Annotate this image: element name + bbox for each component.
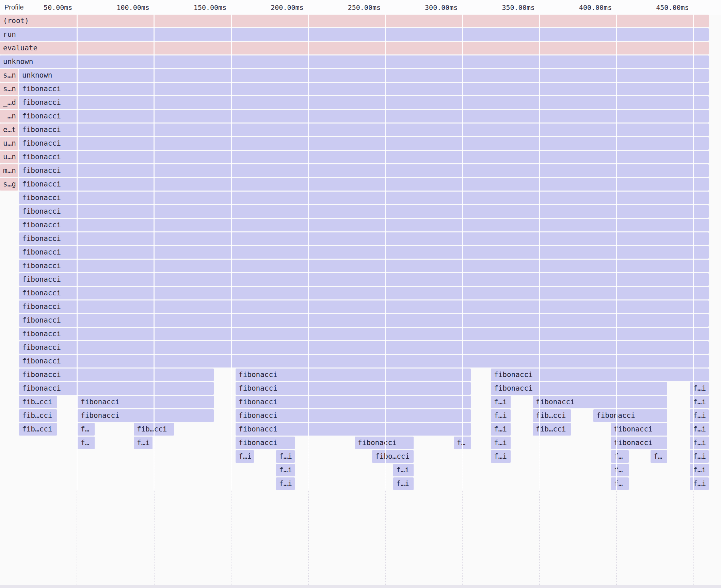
flame-frame[interactable]: f…i <box>491 437 511 449</box>
flame-frame[interactable]: f…i <box>236 450 254 463</box>
flame-frame[interactable]: fib…cci <box>533 423 571 436</box>
gridline-overlay <box>308 15 309 490</box>
flame-frame[interactable]: fibonacci <box>355 437 414 449</box>
time-tick-label: 350.00ms <box>485 0 535 15</box>
time-tick-label: 200.00ms <box>254 0 304 15</box>
flame-frame[interactable]: f…i <box>491 396 511 408</box>
flame-frame[interactable]: f…i <box>491 423 511 436</box>
flame-frame[interactable]: f… <box>611 464 629 476</box>
time-tick-label: 400.00ms <box>562 0 612 15</box>
flame-frame[interactable]: fibonacci <box>19 124 709 136</box>
gridline-overlay <box>77 15 78 490</box>
flame-frame[interactable]: f…i <box>491 409 511 422</box>
flame-frame[interactable]: fib…cci <box>19 423 57 436</box>
flame-frame[interactable]: u…n <box>0 137 18 150</box>
flame-chart: (root)runevaluateunknowns…nunknowns…nfib… <box>0 0 721 588</box>
flame-frame[interactable]: fibonacci <box>611 423 667 436</box>
flame-frame[interactable]: fibonacci <box>236 396 471 408</box>
gridline-overlay <box>539 15 540 490</box>
flame-frame[interactable]: fibonacci <box>19 287 709 299</box>
flame-frame[interactable]: s…g <box>0 178 18 191</box>
time-tick-label: 450.00ms <box>639 0 689 15</box>
flame-frame[interactable]: fibonacci <box>19 96 709 109</box>
gridline-overlay <box>231 15 232 490</box>
flame-frame[interactable]: fibonacci <box>19 110 709 122</box>
flame-frame[interactable]: fibonacci <box>19 300 709 313</box>
gridline-overlay <box>154 15 155 490</box>
flame-frame[interactable]: fibonacci <box>19 382 214 395</box>
flame-frame[interactable]: fib…cci <box>19 409 57 422</box>
flame-frame[interactable]: _…d <box>0 96 18 109</box>
gridline-overlay <box>462 15 463 490</box>
profile-title: Profile <box>4 0 24 15</box>
flame-frame[interactable]: unknown <box>19 69 709 82</box>
flame-frame[interactable]: fibonacci <box>19 178 709 191</box>
flame-frame[interactable]: fibonacci <box>78 409 214 422</box>
flame-frame[interactable]: fibonacci <box>236 437 295 449</box>
gridline-overlay <box>385 15 386 490</box>
flame-frame[interactable]: f…i <box>134 437 153 449</box>
flame-frame[interactable]: fibonacci <box>236 382 471 395</box>
flame-frame[interactable]: fibonacci <box>491 369 709 381</box>
flame-frame[interactable]: s…n <box>0 83 18 95</box>
time-tick-label: 50.00ms <box>22 0 72 15</box>
flame-frame[interactable]: fibonacci <box>19 164 709 177</box>
flame-frame[interactable]: fibonacci <box>19 341 709 354</box>
flame-frame[interactable]: f…i <box>393 477 414 490</box>
flame-frame[interactable]: fibonacci <box>19 328 709 340</box>
flame-frame[interactable]: _…n <box>0 110 18 122</box>
flame-frame[interactable]: e…t <box>0 124 18 136</box>
time-tick-label: 250.00ms <box>331 0 381 15</box>
flame-frame[interactable]: fibonacci <box>19 246 709 259</box>
flame-frame[interactable]: evaluate <box>0 42 709 54</box>
flame-frame[interactable]: fib…cci <box>19 396 57 408</box>
flame-frame[interactable]: f… <box>78 423 95 436</box>
time-tick-label: 100.00ms <box>100 0 149 15</box>
flame-frame[interactable]: fibonacci <box>236 423 471 436</box>
flame-frame[interactable]: fibonacci <box>491 382 667 395</box>
flame-frame[interactable]: f…i <box>276 477 295 490</box>
flame-frame[interactable]: fibonacci <box>19 232 709 245</box>
flame-frame[interactable]: (root) <box>0 15 709 27</box>
flame-frame[interactable]: fibonacci <box>611 437 667 449</box>
flame-frame[interactable]: fibonacci <box>19 192 709 204</box>
flame-frame[interactable]: f… <box>651 450 667 463</box>
gridline-overlay <box>693 15 694 490</box>
flame-frame[interactable]: fibonacci <box>19 369 214 381</box>
flame-frame[interactable]: fibonacci <box>236 409 471 422</box>
flame-frame[interactable]: u…n <box>0 151 18 163</box>
flame-frame[interactable]: fibonacci <box>19 273 709 286</box>
flame-frame[interactable]: fibonacci <box>19 205 709 218</box>
gridline-overlay <box>616 15 617 490</box>
flame-frame[interactable]: f…i <box>491 450 511 463</box>
flame-frame[interactable]: f…i <box>276 464 295 476</box>
flame-frame[interactable]: m…n <box>0 164 18 177</box>
flame-frame[interactable]: fibonacci <box>19 219 709 231</box>
time-tick-label: 150.00ms <box>177 0 226 15</box>
flame-frame[interactable]: fibonacci <box>593 409 667 422</box>
flame-frame[interactable]: fibonacci <box>19 83 709 95</box>
flame-frame[interactable]: fibonacci <box>19 151 709 163</box>
flame-frame[interactable]: fibonacci <box>19 137 709 150</box>
flame-frame[interactable]: run <box>0 28 709 41</box>
flame-frame[interactable]: f… <box>611 477 629 490</box>
timeline-header: Profile 50.00ms100.00ms150.00ms200.00ms2… <box>0 0 721 15</box>
flame-frame[interactable]: f…i <box>276 450 295 463</box>
flame-frame[interactable]: fibonacci <box>533 396 667 408</box>
flame-frame[interactable]: f…i <box>393 464 414 476</box>
bottom-divider <box>0 585 721 588</box>
flame-frame[interactable]: fibo…cci <box>372 450 414 463</box>
flame-frame[interactable]: f… <box>611 450 629 463</box>
flame-frame[interactable]: fibonacci <box>236 369 471 381</box>
flame-frame[interactable]: unknown <box>0 55 709 68</box>
flame-frame[interactable]: s…n <box>0 69 18 82</box>
flame-frame[interactable]: f… <box>78 437 95 449</box>
flame-frame[interactable]: fib…cci <box>533 409 571 422</box>
time-tick-label: 300.00ms <box>408 0 458 15</box>
flame-frame[interactable]: fibonacci <box>19 314 709 327</box>
flame-frame[interactable]: fibonacci <box>19 355 709 368</box>
flame-frame[interactable]: fibonacci <box>78 396 214 408</box>
flame-frame[interactable]: fibonacci <box>19 260 709 272</box>
